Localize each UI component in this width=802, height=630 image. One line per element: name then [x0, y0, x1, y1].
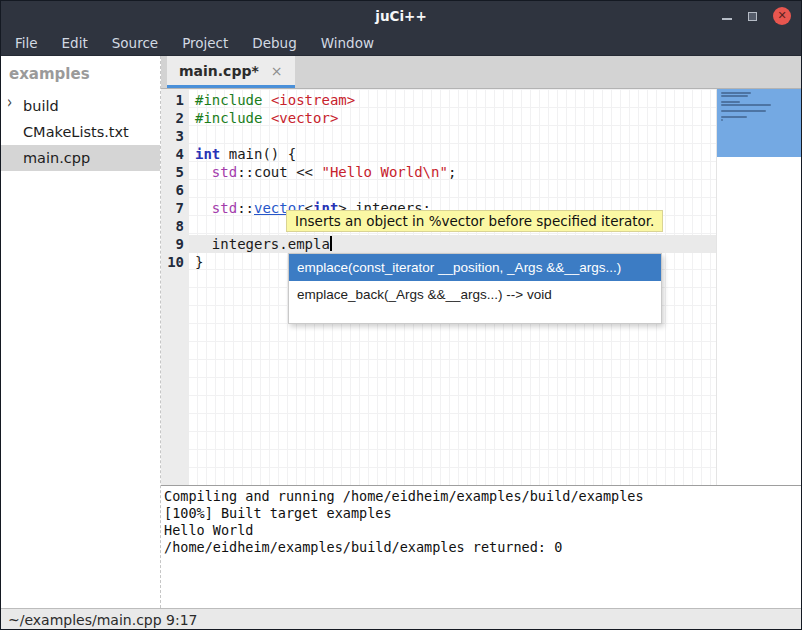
- line-number: 6: [161, 181, 184, 199]
- code-token: }: [195, 254, 203, 270]
- close-icon[interactable]: ✕: [773, 7, 791, 25]
- statusbar: ~/examples/main.cpp 9:17: [1, 608, 801, 630]
- tab-close-icon[interactable]: ×: [271, 64, 283, 78]
- line-number: 10: [161, 253, 184, 271]
- tree-item-build[interactable]: ›build: [1, 93, 160, 119]
- menu-item-window[interactable]: Window: [309, 31, 386, 56]
- code-token: ::: [237, 200, 254, 216]
- app-window: juCi++ ✕ FileEditSourceProjectDebugWindo…: [0, 0, 802, 630]
- code-token: [262, 92, 270, 108]
- code-token: integers.empla: [195, 236, 330, 252]
- titlebar[interactable]: juCi++ ✕: [1, 1, 801, 31]
- expander-icon[interactable]: ›: [7, 91, 12, 112]
- code-line-6: [189, 181, 716, 199]
- code-line-9: integers.empla: [189, 235, 716, 253]
- line-number: 5: [161, 163, 184, 181]
- line-number: 3: [161, 127, 184, 145]
- menubar: FileEditSourceProjectDebugWindow: [1, 31, 801, 56]
- tab-label: main.cpp*: [179, 63, 259, 79]
- code-token: std: [212, 200, 237, 216]
- code-token: [195, 164, 212, 180]
- restore-icon[interactable]: [748, 12, 757, 21]
- output-line: [100%] Built target examples: [164, 505, 801, 522]
- tree-item-label: main.cpp: [23, 150, 90, 166]
- code-token: std: [212, 164, 237, 180]
- code-token: <vector>: [271, 110, 338, 126]
- menu-item-debug[interactable]: Debug: [240, 31, 308, 56]
- code-token: main() {: [220, 146, 296, 162]
- main-area: main.cpp* × 12345678910 #include <iostre…: [161, 56, 801, 608]
- code-token: <iostream>: [271, 92, 355, 108]
- minimap-line: [721, 95, 748, 97]
- output-line: Hello World: [164, 522, 801, 539]
- line-number: 8: [161, 217, 184, 235]
- menu-item-project[interactable]: Project: [170, 31, 240, 56]
- minimize-icon[interactable]: [722, 18, 732, 20]
- code-line-3: [189, 127, 716, 145]
- minimap-line: [721, 110, 766, 112]
- doc-tooltip: Inserts an object in %vector before spec…: [286, 210, 663, 232]
- completion-item[interactable]: emplace(const_iterator __position, _Args…: [289, 254, 661, 281]
- code-line-2: #include <vector>: [189, 109, 716, 127]
- completion-item[interactable]: emplace_back(_Args &&__args...) --> void: [289, 281, 661, 308]
- output-line: /home/eidheim/examples/build/examples re…: [164, 539, 801, 556]
- minimap-line: [721, 119, 723, 121]
- line-number-gutter: 12345678910: [161, 89, 189, 485]
- code-token: ;: [448, 164, 456, 180]
- code-line-5: std::cout << "Hello World\n";: [189, 163, 716, 181]
- code-line-4: int main() {: [189, 145, 716, 163]
- code-token: ::cout <<: [237, 164, 321, 180]
- window-controls: ✕: [722, 1, 791, 31]
- completion-popup: emplace(const_iterator __position, _Args…: [288, 253, 662, 324]
- project-name-header: examples: [1, 56, 160, 93]
- menu-item-edit[interactable]: Edit: [50, 31, 100, 56]
- minimap[interactable]: [716, 89, 801, 485]
- minimap-line: [721, 92, 751, 94]
- code-token: int: [195, 146, 220, 162]
- code-token: [195, 200, 212, 216]
- line-number: 2: [161, 109, 184, 127]
- menu-item-source[interactable]: Source: [100, 31, 170, 56]
- window-title: juCi++: [375, 8, 426, 24]
- line-number: 9: [161, 235, 184, 253]
- code-area[interactable]: #include <iostream>#include <vector>int …: [189, 91, 716, 271]
- minimap-line: [721, 104, 771, 106]
- code-editor[interactable]: 12345678910 #include <iostream>#include …: [161, 89, 801, 485]
- code-token: #include: [195, 92, 262, 108]
- tree-item-label: build: [23, 98, 59, 114]
- tree-item-cmakelists-txt[interactable]: CMakeLists.txt: [1, 119, 160, 145]
- line-number: 1: [161, 91, 184, 109]
- file-tree: ›buildCMakeLists.txtmain.cpp: [1, 93, 160, 171]
- statusbar-file-position: ~/examples/main.cpp 9:17: [8, 612, 198, 628]
- code-token: [262, 110, 270, 126]
- content: examples ›buildCMakeLists.txtmain.cpp ma…: [1, 56, 801, 608]
- tab-main-cpp[interactable]: main.cpp* ×: [167, 56, 295, 88]
- file-tree-sidebar: examples ›buildCMakeLists.txtmain.cpp: [1, 56, 161, 608]
- code-token: #include: [195, 110, 262, 126]
- code-line-1: #include <iostream>: [189, 91, 716, 109]
- menu-item-file[interactable]: File: [3, 31, 50, 56]
- minimap-line: [721, 116, 747, 118]
- output-line: Compiling and running /home/eidheim/exam…: [164, 488, 801, 505]
- minimap-viewport[interactable]: [717, 89, 801, 157]
- tree-item-main-cpp[interactable]: main.cpp: [1, 145, 160, 171]
- output-panel[interactable]: Compiling and running /home/eidheim/exam…: [161, 485, 801, 608]
- line-number: 7: [161, 199, 184, 217]
- tree-item-label: CMakeLists.txt: [23, 124, 129, 140]
- minimap-line: [721, 101, 740, 103]
- tab-bar: main.cpp* ×: [161, 56, 801, 89]
- code-token: "Hello World\n": [321, 164, 447, 180]
- line-number: 4: [161, 145, 184, 163]
- text-cursor: [330, 236, 332, 251]
